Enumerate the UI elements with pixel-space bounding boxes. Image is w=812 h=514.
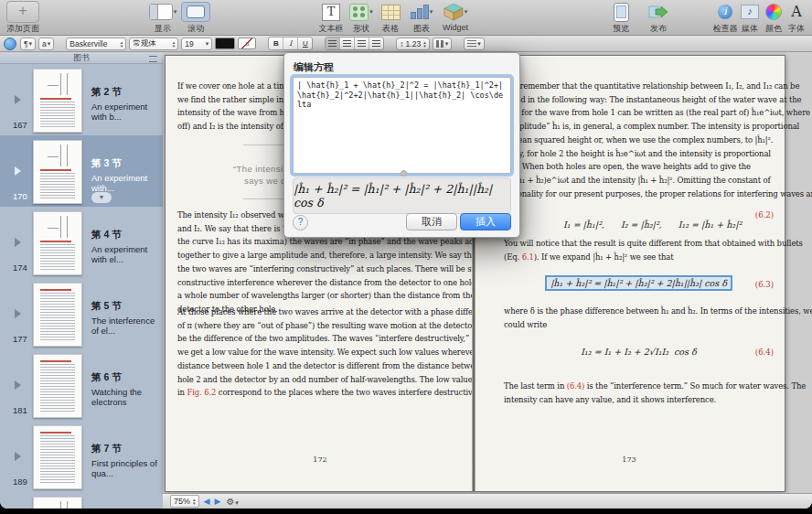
text-line: ortionality for our present purposes, th… — [504, 187, 812, 201]
resize-handle[interactable] — [401, 170, 407, 177]
text-line: intensity can have any value, and it sho… — [504, 393, 806, 407]
sidebar-item-section-4[interactable]: 174 第 4 节An experiment with el... — [0, 207, 163, 278]
previous-page-button[interactable]: ◀ — [204, 497, 210, 506]
figure-reference-link[interactable]: Fig. 6.2 — [187, 388, 216, 397]
publish-arrow-icon — [648, 4, 668, 20]
text-fragment: The last term in — [504, 381, 567, 391]
inspector-button[interactable]: i 检查器 — [710, 2, 741, 35]
italic-button[interactable]: I — [283, 37, 298, 49]
text-line: The last term in (6.4) is the “interfere… — [504, 380, 806, 393]
chart-button[interactable]: ▾ 图表 — [406, 2, 437, 35]
dialog-title: 编辑方程 — [294, 60, 334, 74]
line-spacing-control[interactable]: ↕1.23▴▾ — [396, 37, 429, 50]
text-line: constructive interference wherever the d… — [177, 276, 486, 290]
help-button[interactable]: ? — [293, 215, 308, 230]
disclosure-triangle-icon[interactable] — [15, 380, 21, 390]
sidebar-item-section-2[interactable]: 167 第 2 节An experiment with b... — [0, 64, 163, 135]
equation-number: (6.4) — [755, 348, 774, 357]
text-line: ĥ₂|². When both holes are open, the wave… — [504, 160, 812, 174]
equation-6-3-selected[interactable]: |ĥ₁ + ĥ₂|² = |ĥ₁|² + |ĥ₂|² + 2|ĥ₁||ĥ₂| c… — [504, 275, 774, 291]
format-back-button[interactable] — [4, 37, 16, 50]
widget-button[interactable]: ▾ Widget — [437, 2, 474, 32]
shapes-label: 形状 — [346, 23, 377, 35]
sidebar-item-partial[interactable] — [0, 492, 163, 509]
underline-button[interactable]: U — [298, 37, 312, 49]
page-number: 173 — [474, 455, 785, 464]
widget-cube-icon — [443, 3, 464, 21]
page-thumbnail[interactable] — [33, 211, 82, 275]
equation-reference-link[interactable]: (6.4) — [567, 381, 584, 391]
scroll-button[interactable]: 滚动 — [178, 2, 213, 35]
disclosure-triangle-icon[interactable] — [15, 452, 21, 461]
table-label: 表格 — [375, 23, 406, 35]
latex-input[interactable]: | \hat{h}_1 + \hat{h}_2|^2 = |\hat{h}_1|… — [293, 77, 511, 174]
list-style-dropdown[interactable]: ▾ — [464, 37, 485, 50]
disclosure-triangle-icon[interactable] — [15, 166, 21, 176]
cancel-button[interactable]: 取消 — [406, 213, 457, 230]
page-thumbnail[interactable] — [33, 425, 82, 489]
page-thumbnail[interactable] — [33, 69, 82, 133]
equation-reference-link[interactable]: 6.1 — [522, 252, 534, 262]
font-size-select[interactable]: 19▾ — [181, 37, 212, 50]
font-style-select[interactable]: 常规体▴▾ — [129, 37, 178, 50]
preview-button[interactable]: 预览 — [605, 2, 636, 35]
chevron-down-icon: ▾ — [174, 8, 177, 16]
align-center-button[interactable] — [340, 37, 355, 49]
disclosure-triangle-icon[interactable] — [15, 95, 21, 104]
columns-dropdown[interactable]: ▾ — [433, 37, 453, 50]
bold-italic-underline-group: B I U — [268, 37, 313, 50]
disclosure-triangle-icon[interactable] — [15, 309, 21, 318]
media-button[interactable]: ♪ 媒体 — [737, 2, 763, 35]
sidebar-item-section-5[interactable]: 177 第 5 节The interference of el... — [0, 278, 163, 349]
font-a-icon: A — [791, 4, 802, 20]
background-color-well[interactable]: a — [238, 37, 256, 49]
section-title: An experiment with... — [91, 173, 161, 193]
chart-label: 图表 — [406, 23, 437, 35]
thumbnail-page-number: 174 — [13, 262, 27, 273]
equation-editor-dialog: 编辑方程 | \hat{h}_1 + \hat{h}_2|^2 = |\hat{… — [283, 52, 520, 238]
page-thumbnail[interactable] — [33, 140, 82, 204]
page-thumbnail[interactable] — [33, 283, 82, 347]
character-style-dropdown[interactable]: a▾ — [38, 37, 54, 50]
insert-button[interactable]: 插入 — [460, 213, 511, 230]
section-label: 第 6 节 — [91, 371, 161, 384]
view-button[interactable]: ▾ 显示 — [144, 2, 181, 35]
selected-equation-widget[interactable]: |ĥ₁ + ĥ₂|² = |ĥ₁|² + |ĥ₂|² + 2|ĥ₁||ĥ₂| c… — [545, 275, 732, 291]
align-left-button[interactable] — [326, 37, 340, 49]
sidebar-item-section-3[interactable]: 170 第 3 节An experiment with... ▼ — [0, 135, 163, 207]
bold-button[interactable]: B — [269, 37, 283, 49]
align-right-button[interactable] — [355, 37, 369, 49]
zoom-level-select[interactable]: 75% ▴▾ — [170, 495, 199, 508]
publish-button[interactable]: 发布 — [640, 2, 677, 35]
text-line: could write — [504, 318, 812, 332]
text-line: we get a low value for the wave intensit… — [177, 346, 497, 359]
paragraph-style-dropdown[interactable]: ¶▾ — [20, 37, 36, 50]
sidebar-menu-icon[interactable] — [149, 56, 157, 62]
text-color-well[interactable] — [215, 37, 235, 49]
color-wheel-icon — [765, 4, 782, 20]
publish-label: 发布 — [640, 23, 677, 35]
add-page-button[interactable]: + 添加页面 — [5, 2, 41, 35]
right-page[interactable]: will remember that the quantitative rela… — [474, 55, 785, 492]
fonts-button[interactable]: A 字体 — [785, 2, 808, 35]
thumbnail-page-number: 170 — [13, 191, 27, 201]
table-button[interactable]: 表格 — [375, 2, 406, 35]
page-thumbnail[interactable] — [33, 354, 82, 418]
colors-button[interactable]: 颜色 — [761, 2, 786, 35]
align-justify-button[interactable] — [369, 37, 383, 49]
sidebar-item-section-7[interactable]: 189 第 7 节First principles of qua... — [0, 421, 163, 492]
font-family-select[interactable]: Baskerville▴▾ — [66, 37, 126, 50]
info-icon: i — [718, 5, 732, 19]
page-thumbnail[interactable] — [33, 497, 82, 509]
gear-menu-button[interactable]: ⚙▾ — [226, 497, 238, 507]
chevron-down-icon: ▾ — [235, 499, 239, 506]
chevron-down-icon: ▾ — [445, 40, 449, 48]
thumbnail-dropdown-button[interactable]: ▼ — [91, 192, 112, 203]
shapes-button[interactable]: ▾ 形状 — [346, 2, 377, 35]
sidebar-item-section-6[interactable]: 181 第 6 节Watching the electrons — [0, 349, 163, 421]
text-box-button[interactable]: T 文本框 — [315, 2, 347, 35]
stepper-icon: ▴▾ — [193, 498, 196, 505]
disclosure-triangle-icon[interactable] — [15, 238, 21, 247]
next-page-button[interactable]: ▶ — [214, 497, 220, 506]
text-box-icon: T — [322, 4, 340, 21]
